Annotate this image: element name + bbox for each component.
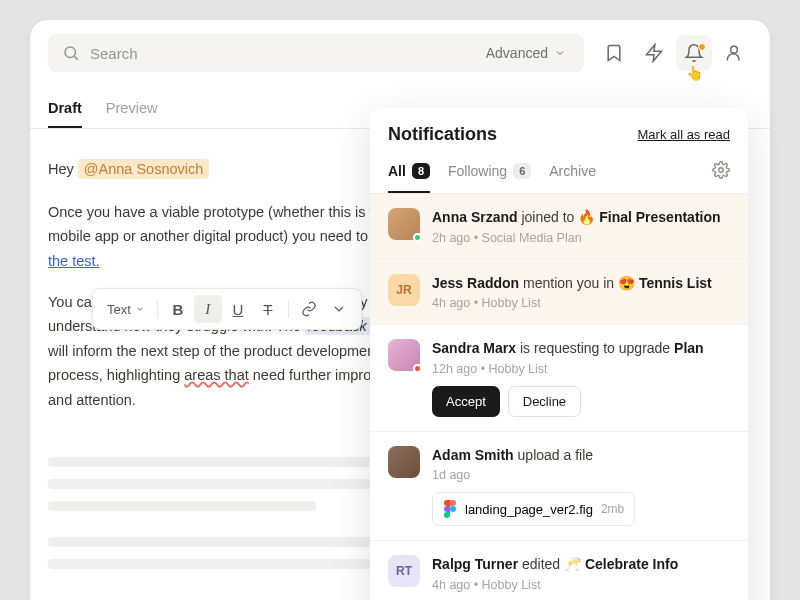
notif-tab-all[interactable]: All 8 xyxy=(388,163,430,193)
profile-button[interactable] xyxy=(716,35,752,71)
notification-meta: 4h ago • Hobby List xyxy=(432,578,730,592)
link-button[interactable] xyxy=(295,295,323,323)
bookmark-icon xyxy=(604,43,624,63)
notif-tab-archive[interactable]: Archive xyxy=(549,163,596,193)
notif-settings-button[interactable] xyxy=(712,161,730,183)
notification-body: Adam Smith upload a file 1d ago landing_… xyxy=(432,446,730,527)
text-style-dropdown[interactable]: Text xyxy=(101,298,151,321)
avatar xyxy=(388,339,420,371)
wavy-underline: areas that xyxy=(184,367,249,383)
following-count-badge: 6 xyxy=(513,163,531,179)
chevron-down-icon xyxy=(554,47,566,59)
svg-point-3 xyxy=(731,46,738,53)
notifications-list: Anna Srzand joined to 🔥 Final Presentati… xyxy=(370,194,748,600)
gear-icon xyxy=(712,161,730,179)
svg-marker-2 xyxy=(647,45,662,62)
user-icon xyxy=(724,43,744,63)
cursor-icon: 👆 xyxy=(686,65,703,81)
notifications-title: Notifications xyxy=(388,124,497,145)
notification-body: Sandra Marx is requesting to upgrade Pla… xyxy=(432,339,730,417)
notification-body: Anna Srzand joined to 🔥 Final Presentati… xyxy=(432,208,730,245)
notification-body: Jess Raddon mention you in 😍 Tennis List… xyxy=(432,274,730,311)
advanced-label: Advanced xyxy=(486,45,548,61)
accept-button[interactable]: Accept xyxy=(432,386,500,417)
app-window: Advanced 👆 Draft Preview H xyxy=(30,20,770,600)
notification-item[interactable]: Anna Srzand joined to 🔥 Final Presentati… xyxy=(370,194,748,260)
notification-item[interactable]: RT Ralpg Turner edited 🥂 Celebrate Info … xyxy=(370,541,748,600)
separator xyxy=(157,300,158,318)
notifications-panel: Notifications Mark all as read All 8 Fol… xyxy=(370,108,748,600)
notification-item[interactable]: Sandra Marx is requesting to upgrade Pla… xyxy=(370,325,748,432)
advanced-toggle[interactable]: Advanced xyxy=(486,45,570,61)
notifications-header: Notifications Mark all as read xyxy=(370,108,748,153)
user-mention[interactable]: @Anna Sosnovich xyxy=(78,159,210,179)
avatar: JR xyxy=(388,274,420,306)
mark-all-read-link[interactable]: Mark all as read xyxy=(638,127,730,142)
decline-button[interactable]: Decline xyxy=(508,386,581,417)
test-link[interactable]: the test. xyxy=(48,253,100,269)
link-icon xyxy=(301,301,317,317)
presence-busy xyxy=(413,364,422,373)
presence-online xyxy=(413,233,422,242)
notification-item[interactable]: JR Jess Raddon mention you in 😍 Tennis L… xyxy=(370,260,748,326)
file-size: 2mb xyxy=(601,502,624,516)
underline-button[interactable]: U xyxy=(224,295,252,323)
notification-meta: 4h ago • Hobby List xyxy=(432,296,730,310)
notification-item[interactable]: Adam Smith upload a file 1d ago landing_… xyxy=(370,432,748,542)
notification-meta: 12h ago • Hobby List xyxy=(432,362,730,376)
avatar xyxy=(388,208,420,240)
svg-point-4 xyxy=(719,168,724,173)
bold-button[interactable]: B xyxy=(164,295,192,323)
topbar: Advanced 👆 xyxy=(30,20,770,86)
notifications-button[interactable]: 👆 xyxy=(676,35,712,71)
tab-preview[interactable]: Preview xyxy=(106,90,158,128)
file-name: landing_page_ver2.fig xyxy=(465,502,593,517)
notification-meta: 1d ago xyxy=(432,468,730,482)
notification-dot xyxy=(698,43,706,51)
svg-point-0 xyxy=(65,47,76,58)
chevron-down-icon xyxy=(135,304,145,314)
floating-toolbar[interactable]: Text B I U T xyxy=(92,288,362,330)
file-attachment[interactable]: landing_page_ver2.fig 2mb xyxy=(432,492,635,526)
avatar xyxy=(388,446,420,478)
notif-tab-following[interactable]: Following 6 xyxy=(448,163,531,193)
notification-actions: Accept Decline xyxy=(432,386,730,417)
chevron-down-icon xyxy=(331,301,347,317)
tab-draft[interactable]: Draft xyxy=(48,90,82,128)
more-button[interactable] xyxy=(325,295,353,323)
top-icons: 👆 xyxy=(596,35,752,71)
figma-icon xyxy=(443,500,457,518)
separator xyxy=(288,300,289,318)
greeting-prefix: Hey xyxy=(48,161,78,177)
strikethrough-button[interactable]: T xyxy=(254,295,282,323)
svg-line-1 xyxy=(74,56,77,59)
search-input[interactable] xyxy=(90,45,476,62)
search-box[interactable]: Advanced xyxy=(48,34,584,72)
bookmark-button[interactable] xyxy=(596,35,632,71)
bolt-button[interactable] xyxy=(636,35,672,71)
notification-body: Ralpg Turner edited 🥂 Celebrate Info 4h … xyxy=(432,555,730,600)
skeleton-line xyxy=(48,501,316,511)
bolt-icon xyxy=(644,43,664,63)
search-icon xyxy=(62,44,80,62)
notifications-tabs: All 8 Following 6 Archive xyxy=(370,153,748,194)
svg-point-5 xyxy=(450,506,456,512)
all-count-badge: 8 xyxy=(412,163,430,179)
italic-button[interactable]: I xyxy=(194,295,222,323)
skeleton-line xyxy=(48,537,400,547)
notification-meta: 2h ago • Social Media Plan xyxy=(432,231,730,245)
avatar: RT xyxy=(388,555,420,587)
